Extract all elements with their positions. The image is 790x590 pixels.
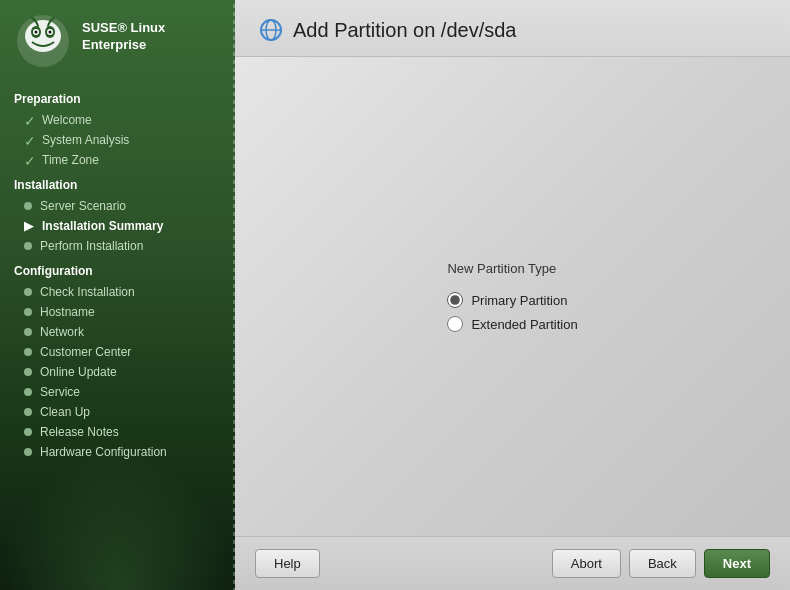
sidebar-item-system-analysis[interactable]: ✓ System Analysis xyxy=(0,130,235,150)
sidebar: SUSE® Linux Enterprise Preparation ✓ Wel… xyxy=(0,0,235,590)
sidebar-item-clean-up[interactable]: Clean Up xyxy=(0,402,235,422)
check-icon-welcome: ✓ xyxy=(24,113,38,127)
sidebar-item-hostname[interactable]: Hostname xyxy=(0,302,235,322)
next-button[interactable]: Next xyxy=(704,549,770,578)
sidebar-label-perform-installation: Perform Installation xyxy=(40,239,143,253)
sidebar-item-service[interactable]: Service xyxy=(0,382,235,402)
sidebar-item-installation-summary[interactable]: ▶ Installation Summary xyxy=(0,216,235,236)
brand-name: SUSE® Linux Enterprise xyxy=(82,12,165,54)
sidebar-label-time-zone: Time Zone xyxy=(42,153,99,167)
sidebar-item-perform-installation[interactable]: Perform Installation xyxy=(0,236,235,256)
bullet-network xyxy=(24,328,32,336)
sidebar-item-customer-center[interactable]: Customer Center xyxy=(0,342,235,362)
sidebar-label-system-analysis: System Analysis xyxy=(42,133,129,147)
bullet-customer-center xyxy=(24,348,32,356)
section-preparation: Preparation xyxy=(0,84,235,110)
main-panel: Add Partition on /dev/sda New Partition … xyxy=(235,0,790,590)
back-button[interactable]: Back xyxy=(629,549,696,578)
bullet-perform-installation xyxy=(24,242,32,250)
bullet-server-scenario xyxy=(24,202,32,210)
footer-right-buttons: Abort Back Next xyxy=(552,549,770,578)
main-footer: Help Abort Back Next xyxy=(235,536,790,590)
primary-partition-radio[interactable] xyxy=(447,292,463,308)
bullet-clean-up xyxy=(24,408,32,416)
globe-icon xyxy=(259,18,283,42)
check-icon-system-analysis: ✓ xyxy=(24,133,38,147)
main-content: New Partition Type Primary Partition Ext… xyxy=(235,57,790,536)
sidebar-label-welcome: Welcome xyxy=(42,113,92,127)
svg-point-6 xyxy=(35,31,38,34)
sidebar-item-check-installation[interactable]: Check Installation xyxy=(0,282,235,302)
sidebar-label-network: Network xyxy=(40,325,84,339)
extended-partition-option[interactable]: Extended Partition xyxy=(447,316,577,332)
primary-partition-label: Primary Partition xyxy=(471,293,567,308)
sidebar-label-online-update: Online Update xyxy=(40,365,117,379)
bullet-check-installation xyxy=(24,288,32,296)
logo-area: SUSE® Linux Enterprise xyxy=(0,0,235,78)
sidebar-label-service: Service xyxy=(40,385,80,399)
sidebar-label-check-installation: Check Installation xyxy=(40,285,135,299)
primary-partition-option[interactable]: Primary Partition xyxy=(447,292,577,308)
abort-button[interactable]: Abort xyxy=(552,549,621,578)
sidebar-label-customer-center: Customer Center xyxy=(40,345,131,359)
bullet-online-update xyxy=(24,368,32,376)
section-installation: Installation xyxy=(0,170,235,196)
sidebar-item-time-zone[interactable]: ✓ Time Zone xyxy=(0,150,235,170)
sidebar-label-hostname: Hostname xyxy=(40,305,95,319)
help-button[interactable]: Help xyxy=(255,549,320,578)
sidebar-label-release-notes: Release Notes xyxy=(40,425,119,439)
svg-point-7 xyxy=(49,31,52,34)
main-header: Add Partition on /dev/sda xyxy=(235,0,790,57)
extended-partition-radio[interactable] xyxy=(447,316,463,332)
bullet-hostname xyxy=(24,308,32,316)
section-configuration: Configuration xyxy=(0,256,235,282)
sidebar-item-network[interactable]: Network xyxy=(0,322,235,342)
sidebar-label-server-scenario: Server Scenario xyxy=(40,199,126,213)
sidebar-decoration xyxy=(0,450,235,590)
partition-type-group: Primary Partition Extended Partition xyxy=(447,292,577,332)
extended-partition-label: Extended Partition xyxy=(471,317,577,332)
partition-form: New Partition Type Primary Partition Ext… xyxy=(447,261,577,332)
form-label: New Partition Type xyxy=(447,261,556,276)
bullet-release-notes xyxy=(24,428,32,436)
sidebar-item-online-update[interactable]: Online Update xyxy=(0,362,235,382)
sidebar-item-welcome[interactable]: ✓ Welcome xyxy=(0,110,235,130)
sidebar-label-clean-up: Clean Up xyxy=(40,405,90,419)
footer-left-buttons: Help xyxy=(255,549,320,578)
check-icon-time-zone: ✓ xyxy=(24,153,38,167)
sidebar-item-release-notes[interactable]: Release Notes xyxy=(0,422,235,442)
page-title: Add Partition on /dev/sda xyxy=(293,19,516,42)
sidebar-item-server-scenario[interactable]: Server Scenario xyxy=(0,196,235,216)
svg-point-1 xyxy=(25,20,61,52)
sidebar-label-installation-summary: Installation Summary xyxy=(42,219,163,233)
arrow-icon-installation-summary: ▶ xyxy=(24,219,38,233)
bullet-service xyxy=(24,388,32,396)
chameleon-logo xyxy=(14,12,72,70)
